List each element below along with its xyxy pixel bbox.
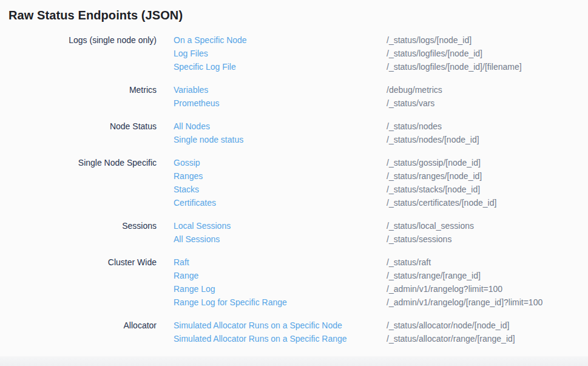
endpoint-path: /_status/nodes/[node_id] xyxy=(387,133,588,146)
endpoint-paths-column: /_status/local_sessions/_status/sessions xyxy=(387,219,588,246)
endpoint-path: /_status/gossip/[node_id] xyxy=(387,156,588,169)
endpoint-link[interactable]: Range Log xyxy=(174,282,387,296)
category-label: Logs (single node only) xyxy=(0,33,157,47)
endpoint-link[interactable]: Specific Log File xyxy=(174,60,387,73)
endpoint-links-column: Simulated Allocator Runs on a Specific N… xyxy=(174,319,387,345)
endpoint-links-column: RaftRangeRange LogRange Log for Specific… xyxy=(174,256,387,309)
category-label: Single Node Specific xyxy=(0,156,157,169)
category-label: Allocator xyxy=(0,319,157,332)
raw-status-endpoints-page: Raw Status Endpoints (JSON) Logs (single… xyxy=(0,0,588,366)
endpoint-path: /_status/sessions xyxy=(387,232,588,246)
category-label: Metrics xyxy=(0,83,157,97)
endpoint-group: Logs (single node only)On a Specific Nod… xyxy=(0,33,588,73)
endpoint-groups: Logs (single node only)On a Specific Nod… xyxy=(0,33,588,355)
page-title: Raw Status Endpoints (JSON) xyxy=(0,0,588,22)
endpoint-link[interactable]: Simulated Allocator Runs on a Specific R… xyxy=(174,332,387,345)
endpoint-link[interactable]: Range Log for Specific Range xyxy=(174,296,387,309)
endpoint-path: /_status/allocator/range/[range_id] xyxy=(387,332,588,345)
endpoint-path: /_status/logs/[node_id] xyxy=(387,33,588,47)
endpoint-group: SessionsLocal SessionsAll Sessions/_stat… xyxy=(0,219,588,246)
endpoint-link[interactable]: Local Sessions xyxy=(174,219,387,232)
endpoint-group: Cluster WideRaftRangeRange LogRange Log … xyxy=(0,256,588,309)
endpoint-link[interactable]: Variables xyxy=(174,83,387,97)
endpoint-link[interactable]: Certificates xyxy=(174,196,387,209)
endpoint-links-column: Local SessionsAll Sessions xyxy=(174,219,387,246)
endpoint-paths-column: /_status/gossip/[node_id]/_status/ranges… xyxy=(387,156,588,209)
endpoint-paths-column: /_status/nodes/_status/nodes/[node_id] xyxy=(387,120,588,146)
endpoint-link[interactable]: Log Files xyxy=(174,47,387,60)
endpoint-path: /_status/logfiles/[node_id]/[filename] xyxy=(387,60,588,73)
endpoint-group: Node StatusAll NodesSingle node status/_… xyxy=(0,120,588,146)
endpoint-path: /_status/vars xyxy=(387,97,588,110)
endpoint-path: /_status/certificates/[node_id] xyxy=(387,196,588,209)
endpoint-link[interactable]: Raft xyxy=(174,256,387,269)
endpoint-path: /_status/nodes xyxy=(387,120,588,133)
category-label: Cluster Wide xyxy=(0,256,157,269)
endpoint-paths-column: /_status/logs/[node_id]/_status/logfiles… xyxy=(387,33,588,73)
endpoint-path: /_status/logfiles/[node_id] xyxy=(387,47,588,60)
endpoint-link[interactable]: Gossip xyxy=(174,156,387,169)
endpoint-path: /_status/stacks/[node_id] xyxy=(387,183,588,196)
endpoint-links-column: VariablesPrometheus xyxy=(174,83,387,110)
endpoint-link[interactable]: Range xyxy=(174,269,387,282)
endpoint-path: /_status/raft xyxy=(387,256,588,269)
endpoint-path: /debug/metrics xyxy=(387,83,588,97)
endpoint-link[interactable]: Simulated Allocator Runs on a Specific N… xyxy=(174,319,387,332)
endpoint-group: MetricsVariablesPrometheus/debug/metrics… xyxy=(0,83,588,110)
endpoint-path: /_status/ranges/[node_id] xyxy=(387,169,588,183)
footer-band xyxy=(0,356,588,366)
endpoint-links-column: GossipRangesStacksCertificates xyxy=(174,156,387,209)
endpoint-link[interactable]: Single node status xyxy=(174,133,387,146)
category-label: Node Status xyxy=(0,120,157,133)
endpoint-link[interactable]: All Nodes xyxy=(174,120,387,133)
endpoint-path: /_admin/v1/rangelog?limit=100 xyxy=(387,282,588,296)
category-label: Sessions xyxy=(0,219,157,232)
endpoint-path: /_status/range/[range_id] xyxy=(387,269,588,282)
endpoint-group: AllocatorSimulated Allocator Runs on a S… xyxy=(0,319,588,345)
endpoint-path: /_status/allocator/node/[node_id] xyxy=(387,319,588,332)
endpoint-link[interactable]: Ranges xyxy=(174,169,387,183)
endpoint-path: /_status/local_sessions xyxy=(387,219,588,232)
endpoint-paths-column: /_status/raft/_status/range/[range_id]/_… xyxy=(387,256,588,309)
endpoint-links-column: All NodesSingle node status xyxy=(174,120,387,146)
endpoint-link[interactable]: On a Specific Node xyxy=(174,33,387,47)
endpoint-link[interactable]: Stacks xyxy=(174,183,387,196)
endpoint-group: Single Node SpecificGossipRangesStacksCe… xyxy=(0,156,588,209)
endpoint-path: /_admin/v1/rangelog/[range_id]?limit=100 xyxy=(387,296,588,309)
endpoint-paths-column: /debug/metrics/_status/vars xyxy=(387,83,588,110)
endpoint-link[interactable]: All Sessions xyxy=(174,232,387,246)
endpoint-links-column: On a Specific NodeLog FilesSpecific Log … xyxy=(174,33,387,73)
endpoint-paths-column: /_status/allocator/node/[node_id]/_statu… xyxy=(387,319,588,345)
endpoint-link[interactable]: Prometheus xyxy=(174,97,387,110)
